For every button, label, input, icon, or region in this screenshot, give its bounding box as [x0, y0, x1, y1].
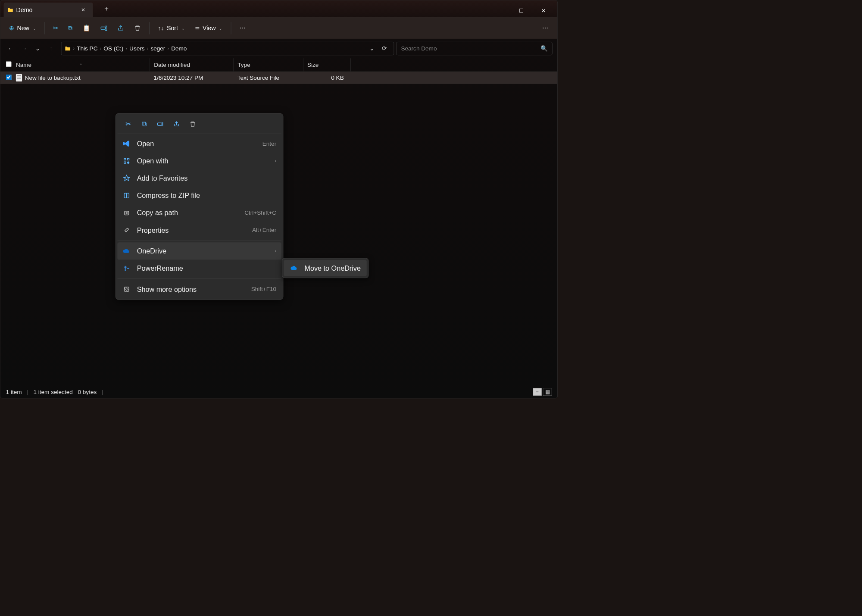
maximize-button[interactable]: ☐: [513, 5, 529, 17]
view-toggles: ≡ ▦: [533, 388, 552, 396]
context-open-with[interactable]: Open with ›: [117, 152, 281, 169]
sort-icon: ↑↓: [158, 25, 164, 32]
context-show-more-shortcut: Shift+F10: [251, 286, 277, 293]
context-properties-shortcut: Alt+Enter: [252, 227, 276, 234]
svg-point-5: [128, 162, 129, 163]
column-header-size[interactable]: Size: [303, 58, 350, 71]
breadcrumb-dropdown-button[interactable]: ⌄: [366, 45, 378, 52]
view-icon: ≣: [195, 25, 200, 32]
minimize-button[interactable]: ─: [491, 5, 506, 17]
sort-label: Sort: [167, 25, 178, 32]
context-compress[interactable]: Compress to ZIP file: [117, 187, 281, 204]
vscode-icon: [122, 140, 131, 147]
forward-button[interactable]: →: [19, 43, 30, 54]
search-input[interactable]: Search Demo 🔍: [396, 42, 552, 55]
submenu-move-onedrive[interactable]: Move to OneDrive: [284, 260, 367, 276]
folder-icon: [7, 7, 13, 13]
context-onedrive-label: OneDrive: [137, 247, 166, 255]
cut-button[interactable]: ✂: [49, 21, 62, 34]
select-all-checkbox[interactable]: [6, 61, 12, 67]
chevron-right-icon: ›: [125, 46, 127, 51]
status-bytes: 0 bytes: [78, 388, 97, 395]
context-divider: [117, 241, 281, 241]
breadcrumb-item[interactable]: OS (C:): [103, 45, 123, 52]
chevron-right-icon: ›: [168, 46, 169, 51]
paste-button[interactable]: 📋: [78, 21, 94, 34]
separator: [149, 22, 150, 34]
close-window-button[interactable]: ✕: [536, 5, 551, 17]
chevron-down-icon: ⌄: [181, 26, 185, 30]
status-bar: 1 item | 1 item selected 0 bytes | ≡ ▦: [0, 385, 558, 398]
file-date: 1/6/2023 10:27 PM: [150, 75, 233, 81]
svg-rect-3: [128, 158, 129, 160]
up-button[interactable]: ↑: [45, 43, 56, 54]
rename-button[interactable]: [96, 21, 111, 34]
close-tab-button[interactable]: ✕: [79, 6, 87, 14]
details-view-toggle[interactable]: ≡: [533, 388, 542, 396]
overflow-button[interactable]: ⋯: [538, 21, 552, 34]
breadcrumb-item[interactable]: This PC: [77, 45, 97, 52]
search-placeholder: Search Demo: [401, 45, 437, 52]
svg-rect-7: [125, 211, 129, 215]
context-powerrename[interactable]: PowerRename: [117, 260, 281, 277]
thumbnails-view-toggle[interactable]: ▦: [543, 388, 552, 396]
context-copy-path-label: Copy as path: [137, 209, 178, 217]
column-header-type[interactable]: Type: [234, 58, 303, 71]
refresh-button[interactable]: ⟳: [379, 45, 390, 52]
text-file-icon: [16, 74, 22, 81]
new-tab-button[interactable]: ＋: [100, 4, 113, 13]
wrench-icon: [122, 226, 131, 234]
powerrename-icon: [122, 265, 131, 272]
context-open[interactable]: Open Enter: [117, 135, 281, 152]
breadcrumb[interactable]: › This PC › OS (C:) › Users › seger › De…: [61, 42, 394, 55]
context-menu: ✂ ⧉ Open Enter Open with ›: [116, 113, 283, 300]
chevron-right-icon: ›: [275, 248, 276, 253]
context-onedrive[interactable]: OneDrive ›: [117, 242, 281, 260]
folder-icon: [65, 46, 71, 51]
copy-icon-button[interactable]: ⧉: [139, 119, 150, 130]
breadcrumb-item[interactable]: Users: [129, 45, 144, 52]
view-label: View: [203, 25, 216, 32]
titlebar: Demo ✕ ＋ ─ ☐ ✕: [0, 0, 558, 17]
chevron-right-icon: ›: [147, 46, 148, 51]
cut-icon-button[interactable]: ✂: [122, 119, 134, 130]
context-copy-path[interactable]: Copy as path Ctrl+Shift+C: [117, 204, 281, 222]
context-copy-path-shortcut: Ctrl+Shift+C: [244, 210, 276, 216]
context-show-more[interactable]: Show more options Shift+F10: [117, 281, 281, 298]
context-open-label: Open: [137, 140, 154, 148]
breadcrumb-item[interactable]: seger: [150, 45, 165, 52]
file-row[interactable]: New file to backup.txt 1/6/2023 10:27 PM…: [0, 72, 558, 84]
context-compress-label: Compress to ZIP file: [137, 191, 200, 200]
file-checkbox[interactable]: [6, 74, 12, 80]
star-icon: [122, 175, 131, 182]
file-size: 0 KB: [303, 75, 350, 81]
separator: [231, 22, 231, 34]
status-count: 1 item: [6, 388, 22, 395]
tab-demo[interactable]: Demo ✕: [3, 3, 93, 17]
tab-title: Demo: [16, 6, 76, 14]
view-button[interactable]: ≣ View ⌄: [191, 21, 226, 34]
svg-rect-0: [101, 27, 105, 29]
delete-button[interactable]: [130, 21, 145, 34]
more-button[interactable]: ⋯: [236, 21, 250, 34]
column-header-name[interactable]: Name⌃: [16, 62, 150, 69]
breadcrumb-item[interactable]: Demo: [171, 45, 187, 52]
sort-button[interactable]: ↑↓ Sort ⌄: [154, 21, 188, 34]
toolbar: ⊕ New ⌄ ✂ ⧉ 📋 ↑↓ Sort ⌄ ≣ View ⌄ ⋯: [0, 17, 558, 38]
open-with-icon: [122, 158, 131, 165]
recent-button[interactable]: ⌄: [32, 43, 43, 54]
svg-rect-1: [158, 123, 162, 125]
onedrive-submenu: Move to OneDrive: [282, 258, 369, 278]
new-button[interactable]: ⊕ New ⌄: [5, 21, 40, 34]
context-show-more-label: Show more options: [137, 285, 197, 294]
context-favorites-label: Add to Favorites: [137, 174, 188, 182]
context-properties[interactable]: Properties Alt+Enter: [117, 222, 281, 239]
share-button[interactable]: [113, 21, 128, 34]
back-button[interactable]: ←: [5, 43, 16, 54]
delete-icon-button[interactable]: [187, 119, 198, 130]
context-add-favorites[interactable]: Add to Favorites: [117, 169, 281, 187]
copy-button[interactable]: ⧉: [64, 21, 76, 34]
rename-icon-button[interactable]: [155, 119, 166, 130]
share-icon-button[interactable]: [171, 119, 182, 130]
column-header-date[interactable]: Date modified: [150, 58, 233, 71]
